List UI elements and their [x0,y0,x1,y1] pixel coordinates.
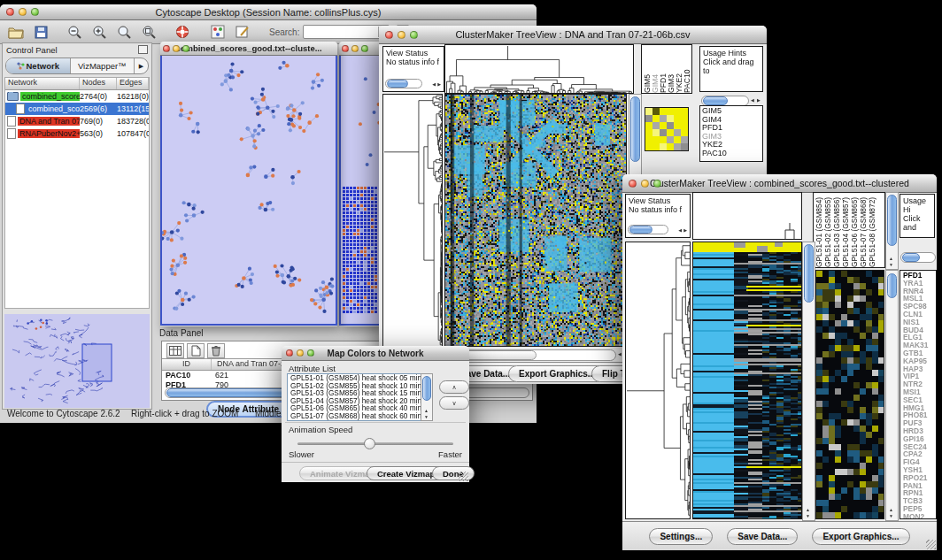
scroll-down-icon[interactable]: ▼ [889,514,893,518]
scroll-down-icon[interactable]: ▼ [424,415,429,419]
zoom-heatmap-panel[interactable] [815,270,884,519]
close-icon[interactable] [286,349,293,357]
export-graphics-button[interactable]: Export Graphics... [812,528,909,545]
combined-heatmap-canvas[interactable] [693,242,801,518]
save-data-button[interactable]: Save Data... [727,528,798,545]
combined-heatmap-panel[interactable] [692,242,802,519]
dna-heatmap-canvas[interactable] [445,95,626,346]
zoom-window-icon[interactable] [31,8,39,16]
network-canvas[interactable] [162,56,336,324]
zoom-window-icon[interactable] [182,45,189,52]
attribute-list[interactable]: GPL51-01 (GSM854) heat shock 05 minGPL51… [287,373,424,421]
scroll-up-icon[interactable]: ▲ [806,508,810,512]
search-input[interactable] [304,26,378,38]
close-icon[interactable] [6,8,14,16]
attribute-list-scrollbar[interactable]: ▲ ▼ [421,373,433,421]
animation-speed-slider[interactable] [297,442,453,445]
scroll-left-icon[interactable]: ◀ [432,82,436,87]
float-panel-icon[interactable] [138,45,148,54]
column-label[interactable]: PFD1 [660,45,667,93]
new-attribute-icon[interactable] [187,343,205,358]
zoom-window-icon[interactable] [653,180,661,188]
close-icon[interactable] [629,180,637,188]
dna-heatmap-panel[interactable] [444,94,627,347]
tab-vizmapper[interactable]: VizMapper™ [71,58,135,73]
scroll-up-icon[interactable]: ▲ [889,508,893,512]
dna-summary-matrix[interactable] [645,107,689,151]
scroll-left-icon[interactable]: ◀ [678,228,682,233]
resize-grip[interactable] [459,472,468,481]
column-label[interactable]: GPL51-01 (GSM854) [815,193,822,267]
usage-hints-scrollbar[interactable] [900,252,936,263]
minimize-icon[interactable] [297,349,304,357]
scroll-right-icon[interactable]: ▶ [683,228,687,233]
scroll-right-icon[interactable]: ▶ [757,98,761,103]
network-row[interactable]: combined_scores2764(0)16218(0) [5,90,149,103]
vizmapper-icon[interactable] [207,23,228,42]
gene-list-scrollbar[interactable]: ▲ ▼ [885,270,899,521]
scroll-up-icon[interactable]: ▲ [889,257,893,261]
zoom-heatmap-canvas[interactable] [816,271,884,518]
help-lifesaver-icon[interactable] [172,23,193,42]
column-labels-scrollbar[interactable]: ▲ ▼ [885,192,899,270]
row-dendrogram-panel[interactable] [625,242,691,519]
column-label[interactable]: GPL51-06 (GSM865) [851,193,858,267]
attribute-table-icon[interactable] [166,343,184,358]
column-label[interactable]: PAC10 [683,45,691,93]
tab-network[interactable]: Network [6,58,71,73]
column-label[interactable]: GPL51-07 (GSM868) [860,193,867,267]
network-grid-canvas[interactable] [341,56,380,324]
column-label[interactable]: GPL51-08 (GSM872) [869,193,876,267]
annotation-icon[interactable] [232,23,253,42]
save-icon[interactable] [30,23,51,42]
column-label[interactable]: GIM5 [644,45,651,93]
close-icon[interactable] [342,45,349,52]
tab-overflow-arrow[interactable]: ▶ [135,58,148,73]
main-titlebar[interactable]: Cytoscape Desktop (Session Name: collins… [0,4,537,20]
column-label[interactable]: GPL51-03 (GSM856) [833,193,840,267]
close-icon[interactable] [385,31,393,39]
minimize-icon[interactable] [351,45,359,52]
minimize-icon[interactable] [19,8,27,16]
close-icon[interactable] [163,45,170,52]
minimize-icon[interactable] [641,180,649,188]
dna-column-tree-canvas[interactable] [445,45,633,93]
scroll-up-icon[interactable]: ▲ [424,409,429,413]
open-file-icon[interactable] [5,23,27,42]
slider-thumb[interactable] [364,438,375,449]
zoom-in-icon[interactable] [89,23,110,42]
network-row[interactable]: RNAPuberNov2+|563(0)107847(0) [5,127,149,140]
minimize-icon[interactable] [398,31,405,39]
column-dendrogram-panel[interactable] [444,44,634,94]
dna-row-tree-canvas[interactable] [383,95,442,346]
settings-button[interactable]: Settings... [649,528,713,545]
network-window-grid-titlebar[interactable] [339,42,382,56]
column-label[interactable]: YKE2 [676,45,683,93]
gene-label[interactable]: MON2 [903,513,936,519]
zoom-fit-icon[interactable] [138,23,159,42]
zoom-window-icon[interactable] [410,31,418,39]
scroll-down-icon[interactable]: ▼ [889,263,893,267]
gene-label[interactable]: PAC10 [702,150,761,158]
zoom-selected-icon[interactable] [113,23,135,42]
network-row[interactable]: DNA and Tran 07769(0)183728(0) [5,115,149,127]
delete-attribute-icon[interactable] [207,343,225,358]
attribute-item[interactable]: GPL51-07 (GSM868) heat shock 60 min [290,412,423,420]
dialog-titlebar[interactable]: Map Colors to Network [282,346,469,361]
network-row[interactable]: combined_sco2569(6)13112(15) [5,103,149,115]
column-dendrogram-panel[interactable] [692,192,802,240]
zoom-window-icon[interactable] [307,349,314,357]
column-label[interactable]: GIM4 [652,45,659,93]
treeview-combined-titlebar[interactable]: ClusterMaker TreeView : combined_scores_… [622,174,937,193]
network-window-titlebar[interactable]: combined_scores_good.txt--cluste... [160,42,337,56]
scroll-down-icon[interactable]: ▼ [806,514,810,518]
birdseye-view-canvas[interactable] [4,314,150,408]
column-label[interactable]: GPL51-02 (GSM855) [824,193,831,267]
move-up-button[interactable]: ∧ [439,380,469,394]
column-label[interactable]: GPL51-04 (GSM857) [842,193,849,267]
move-down-button[interactable]: ∨ [439,396,469,410]
combined-column-tree-canvas[interactable] [693,193,801,239]
dna-heatmap-hscrollbar[interactable] [444,349,616,361]
view-status-scrollbar[interactable] [628,225,668,234]
resize-grip[interactable] [926,540,936,549]
